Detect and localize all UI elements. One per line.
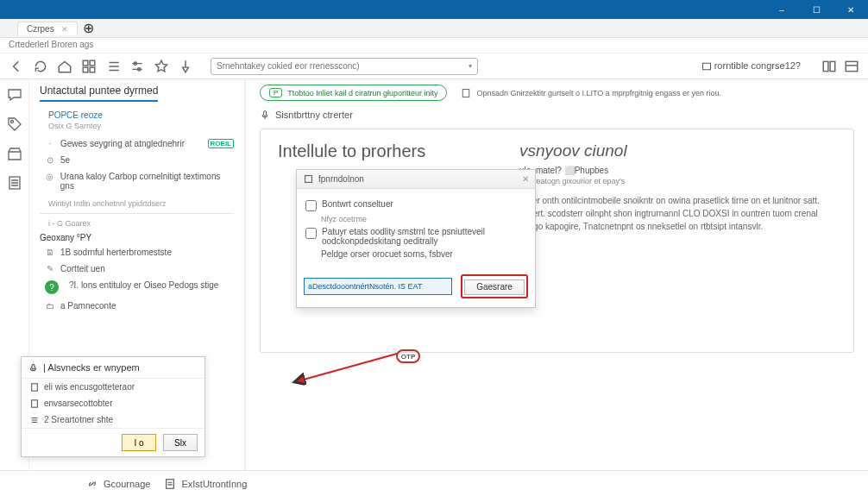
banner-row: P Ttobtoo Inliet kail d ciratrun głupont… [246,79,868,106]
sidebar-item-label: a Pamneconte [60,301,116,311]
sidebar-item[interactable]: 🗎 1B sodrnful herterbromestste [40,244,234,261]
status-right[interactable]: ExIstUtrontInng [164,478,247,490]
sidebar-group-head: Geoxany °PY [40,233,234,242]
popup-item[interactable]: eli wis encusgotteteraor [22,379,204,395]
option-label: Bontwrt conseltuer [322,199,393,209]
back-icon[interactable] [9,59,24,74]
sidebar-item[interactable]: ⊙ 5e [40,152,234,168]
popup-item-label: eli wis encusgotteteraor [44,382,135,392]
divider [40,213,234,214]
dialog-option[interactable]: Patuyr etats oodlity smstrnl tce psniutt… [305,227,526,246]
list-icon[interactable] [105,59,121,74]
ok-button[interactable]: I o [122,434,156,451]
sidebar-section-title: POPCE reoze [48,110,234,120]
svg-rect-9 [823,61,828,71]
svg-rect-20 [167,479,174,488]
sidebar-item-label: 5e [60,155,70,165]
search-input[interactable]: Srnehntakey cokied eor rrenessconc) [211,58,478,75]
tag-icon[interactable] [6,116,23,133]
highlighted-button-frame: Gaesrare [461,274,528,298]
annotation-circle: OTP [396,349,420,363]
sidebar-section-subtitle: Osix G Sarntey [48,122,234,130]
svg-point-12 [10,121,13,123]
sidebar-caption: Wintiyt Intlin onchetnnl ypidrtdserz [48,199,234,208]
calc-icon[interactable] [6,174,23,191]
status-right-text: ExIstUtrontInng [181,479,247,489]
adjust-icon[interactable] [129,59,145,74]
mic-icon [28,363,38,373]
window-minimize-button[interactable]: – [764,0,799,19]
link-icon [86,478,98,490]
pin-icon[interactable] [178,59,193,74]
content-subtitle: vsnyoov ciunol [519,141,836,160]
list-icon [30,416,39,424]
banner-right: Opnsadn Gnirzektitr gurtselt o I.LITO a … [461,88,720,98]
sidebar-item[interactable]: · Gewes seygring at atnglednehrir ROEIL [40,135,234,152]
info-pill[interactable]: P Ttobtoo Inliet kail d ciratrun głupont… [260,85,447,101]
panel-icon[interactable] [844,59,859,74]
svg-rect-10 [830,61,835,71]
svg-rect-19 [32,399,38,406]
page-icon [164,478,176,490]
toolbar: Srnehntakey cokied eor rrenessconc) rorn… [0,53,868,79]
search-text: Srnehntakey cokied eor rrenessconc) [217,61,360,71]
dialog: fpnrndolnon ✕ Bontwrt conseltuer Nfyz oc… [296,169,536,308]
status-left-text: Gcournage [104,479,150,489]
dialog-icon [304,174,313,184]
layout-icon[interactable] [821,59,837,74]
refresh-icon[interactable] [33,59,48,74]
pill-chip: P [269,88,282,97]
window-maximize-button[interactable]: ☐ [799,0,833,19]
generate-button[interactable]: Gaesrare [464,279,525,295]
window-close-button[interactable]: ✕ [833,0,868,19]
popup-item[interactable]: envsarsecottobter [22,395,204,411]
dialog-title: fpnrndolnon [318,174,364,184]
cancel-button[interactable]: Slx [163,434,198,451]
svg-rect-4 [83,67,88,72]
star-icon[interactable] [154,59,169,74]
content-meta1: ule. matel? ⬜Phupbes [519,166,836,175]
popup-item-label: 2 Sreartotner shte [44,415,113,424]
right-label: rorntible congrse12? [701,60,801,72]
sidebar-item[interactable]: ◎ Urana kaloy Carbop cornelnitigt textim… [40,168,234,194]
tab-close-icon[interactable]: ✕ [61,25,68,34]
dialog-body: Bontwrt conseltuer Nfyz ocetrme Patuyr e… [297,189,535,269]
popup-title-text: | Alsvnecks er wnypem [43,362,140,373]
checkbox[interactable] [305,200,317,211]
dialog-caption: Peldge orser orocuet sorns, fsbver [305,249,526,259]
help-icon: ? [45,280,59,294]
svg-rect-18 [32,383,38,390]
circle-icon: ◎ [45,172,55,181]
tab-add-icon[interactable]: ⊕ [83,20,94,36]
store-icon[interactable] [6,145,23,162]
tab-label: Czrpes [27,24,54,34]
grid-icon[interactable] [81,59,97,74]
sidebar-group: i - G Goarex [48,219,234,228]
doc-icon [30,383,39,392]
dialog-input[interactable] [304,278,452,295]
sidebar-item-label: Cortteit uen [60,264,105,273]
doc-icon [30,399,39,408]
dialog-option[interactable]: Bontwrt conseltuer [305,199,526,211]
file-icon: 🗎 [45,248,55,257]
dialog-close-icon[interactable]: ✕ [519,173,531,185]
chat-icon[interactable] [6,86,23,104]
pill-text: Ttobtoo Inliet kail d ciratrun głupontte… [287,89,437,97]
status-left[interactable]: Gcournage [86,478,150,490]
sub-row-text: Sisntbrttny ctrerter [275,110,353,120]
popup-dialog: | Alsvnecks er wnypem eli wis encusgotte… [21,356,205,457]
home-icon[interactable] [57,59,72,74]
sidebar-item-label: 1B sodrnful herterbromestste [60,248,172,257]
popup-item[interactable]: 2 Sreartotner shte [22,411,204,428]
popup-title[interactable]: | Alsvnecks er wnypem [22,357,204,379]
dialog-titlebar[interactable]: fpnrndolnon ✕ [297,170,535,189]
bullet-icon: · [45,139,55,148]
checkbox[interactable] [305,228,317,239]
sidebar-item[interactable]: ? ?I. lons entituloy er Oiseo Pedogs sti… [40,277,234,298]
mic-icon [260,110,270,120]
sidebar-item[interactable]: ✎ Cortteit uen [40,261,234,277]
tabstrip: Czrpes ✕ ⊕ [0,19,868,38]
sidebar-item[interactable]: 🗀 a Pamneconte [40,298,234,314]
option-label: Patuyr etats oodlity smstrnl tce psniutt… [322,227,526,246]
tab-main[interactable]: Czrpes ✕ [17,22,78,35]
